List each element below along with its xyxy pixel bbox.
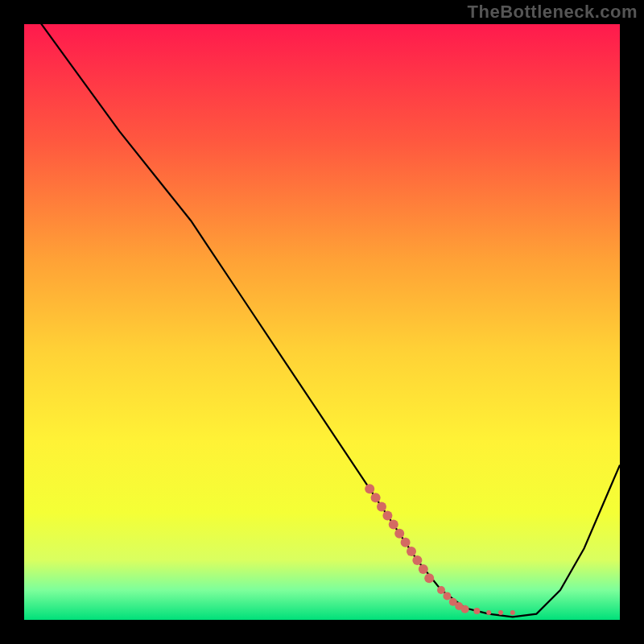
highlight-dot: [407, 547, 416, 556]
highlight-dot: [412, 555, 422, 565]
gradient-background: [24, 24, 620, 620]
chart-container: TheBottleneck.com: [0, 0, 644, 644]
highlight-dot: [377, 502, 386, 511]
watermark-text: TheBottleneck.com: [468, 2, 638, 23]
highlight-dot: [498, 610, 503, 615]
highlight-dot: [443, 592, 451, 600]
highlight-dot: [365, 484, 374, 493]
highlight-dot: [382, 511, 392, 521]
highlight-dot: [371, 493, 381, 502]
highlight-dot: [424, 573, 434, 583]
highlight-dot: [461, 605, 469, 613]
highlight-dot: [510, 610, 515, 615]
highlight-dot: [389, 520, 398, 530]
highlight-dot: [419, 564, 428, 574]
highlight-dot: [437, 586, 445, 594]
highlight-dot: [394, 529, 404, 539]
chart-svg: [24, 24, 620, 620]
plot-area: [24, 24, 620, 620]
highlight-dot: [473, 608, 480, 614]
highlight-dot: [486, 610, 491, 615]
highlight-dot: [401, 538, 411, 547]
